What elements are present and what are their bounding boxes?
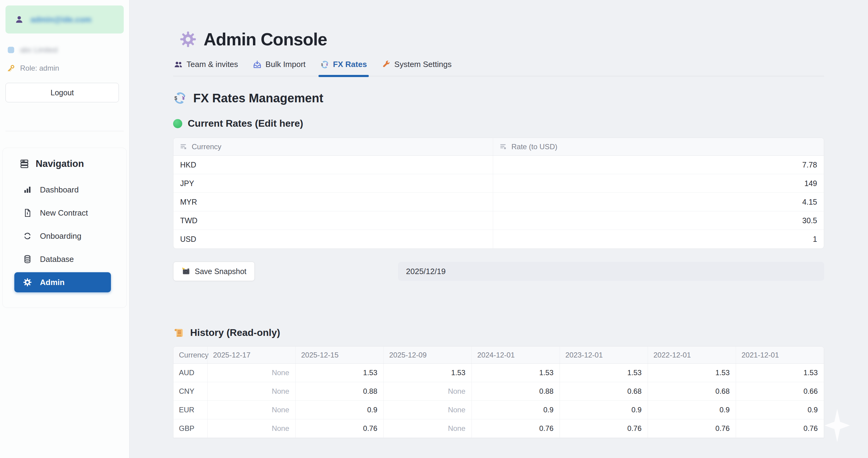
- current-rates-title: Current Rates (Edit here): [188, 118, 303, 129]
- sidebar-item-dashboard[interactable]: Dashboard: [14, 180, 111, 200]
- save-snapshot-button[interactable]: Save Snapshot: [173, 262, 255, 281]
- tab-fx-rates[interactable]: $¥FX Rates: [320, 59, 368, 76]
- rate-row-myr: MYR4.15: [174, 193, 824, 211]
- history-value-cell: 0.88: [295, 382, 383, 400]
- history-column-currency: Currency: [174, 347, 207, 363]
- history-column-2025-12-15: 2025-12-15: [295, 347, 383, 363]
- history-row-cny: CNYNone0.88None0.880.680.680.66: [174, 382, 824, 401]
- rate-cell[interactable]: 7.78: [493, 156, 824, 174]
- column-menu-icon: [180, 142, 188, 151]
- user-badge: admin@ide.com: [5, 5, 124, 33]
- sidebar-item-new-contract[interactable]: New Contract: [14, 203, 111, 223]
- history-value-cell: 0.9: [560, 401, 648, 419]
- fx-rates-title: FX Rates Management: [193, 91, 323, 105]
- history-row-aud: AUDNone1.531.531.531.531.531.53: [174, 364, 824, 382]
- svg-text:$: $: [174, 95, 177, 101]
- history-value-cell: 0.76: [560, 419, 648, 437]
- history-value-cell: 0.9: [648, 401, 736, 419]
- save-snapshot-label: Save Snapshot: [195, 267, 247, 276]
- role-label: Role: admin: [20, 64, 59, 72]
- role-row: Role: admin: [7, 64, 129, 72]
- history-currency-cell: CNY: [174, 382, 207, 400]
- snapshot-date-input[interactable]: 2025/12/19: [398, 262, 824, 281]
- history-value-cell: 1.53: [560, 364, 648, 382]
- history-value-cell: None: [383, 382, 471, 400]
- history-value-cell: 0.68: [560, 382, 648, 400]
- rate-cell[interactable]: 4.15: [493, 193, 824, 211]
- sidebar: admin@ide.com abc Limited Role: admin Lo…: [0, 0, 129, 458]
- currency-exchange-icon: $¥: [173, 91, 187, 105]
- server-stack-icon: [19, 159, 30, 169]
- sidebar-nav-list: DashboardNew ContractOnboardingDatabaseA…: [3, 180, 126, 292]
- tab-label: Bulk Import: [266, 60, 306, 69]
- sidebar-item-onboarding[interactable]: Onboarding: [14, 226, 111, 246]
- svg-text:$: $: [321, 62, 323, 66]
- green-circle-icon: [173, 119, 182, 128]
- user-email: admin@ide.com: [30, 15, 91, 24]
- history-value-cell: 1.53: [648, 364, 736, 382]
- currency-cell[interactable]: HKD: [174, 156, 493, 174]
- people-icon: [174, 60, 183, 69]
- logout-button[interactable]: Logout: [5, 83, 119, 102]
- column-header-rate-to-usd-[interactable]: Rate (to USD): [493, 138, 824, 155]
- tab-bulk-import[interactable]: Bulk Import: [252, 59, 306, 76]
- sidebar-item-label: Database: [40, 255, 74, 264]
- rate-row-usd: USD1: [174, 230, 824, 249]
- sidebar-item-database[interactable]: Database: [14, 249, 111, 269]
- history-row-eur: EURNone0.9None0.90.90.90.9: [174, 401, 824, 419]
- database-icon: [23, 255, 32, 264]
- tab-system-settings[interactable]: System Settings: [381, 59, 452, 76]
- history-value-cell: None: [207, 419, 295, 437]
- gear-icon: [23, 278, 32, 287]
- currency-cell[interactable]: USD: [174, 230, 493, 249]
- currency-cell[interactable]: TWD: [174, 211, 493, 230]
- currency-cell[interactable]: MYR: [174, 193, 493, 211]
- rate-cell[interactable]: 1: [493, 230, 824, 249]
- history-value-cell: 0.76: [736, 419, 824, 437]
- tab-label: FX Rates: [333, 60, 367, 69]
- page-header: Admin Console: [179, 29, 824, 49]
- inbox-icon: [253, 60, 262, 69]
- history-column-2022-12-01: 2022-12-01: [648, 347, 736, 363]
- org-icon: [7, 46, 15, 54]
- rate-cell[interactable]: 149: [493, 174, 824, 192]
- cycle-icon: [23, 231, 32, 240]
- currency-cell[interactable]: JPY: [174, 174, 493, 192]
- history-value-cell: 0.9: [295, 401, 383, 419]
- sidebar-item-admin[interactable]: Admin: [14, 272, 111, 292]
- column-header-label: Currency: [192, 142, 221, 151]
- history-value-cell: 0.9: [736, 401, 824, 419]
- person-icon: [14, 15, 24, 24]
- navigation-card: Navigation DashboardNew ContractOnboardi…: [2, 148, 127, 308]
- history-column-2025-12-09: 2025-12-09: [383, 347, 471, 363]
- history-value-cell: 1.53: [471, 364, 560, 382]
- history-column-2025-12-17: 2025-12-17: [207, 347, 295, 363]
- current-rates-table-body: HKD7.78JPY149MYR4.15TWD30.5USD1: [174, 156, 824, 249]
- sidebar-item-label: Dashboard: [40, 185, 79, 195]
- rate-row-twd: TWD30.5: [174, 211, 824, 230]
- currency-exchange-icon: $¥: [320, 60, 330, 69]
- navigation-title: Navigation: [36, 158, 84, 169]
- tab-team-invites[interactable]: Team & invites: [173, 59, 239, 76]
- current-rates-table-header: CurrencyRate (to USD): [174, 138, 824, 156]
- history-value-cell: None: [207, 401, 295, 419]
- rate-row-hkd: HKD7.78: [174, 156, 824, 174]
- history-table-body: AUDNone1.531.531.531.531.531.53CNYNone0.…: [174, 364, 824, 438]
- column-header-currency[interactable]: Currency: [174, 138, 493, 155]
- history-row-gbp: GBPNone0.76None0.760.760.760.76: [174, 419, 824, 438]
- navigation-header: Navigation: [19, 158, 126, 169]
- history-value-cell: 0.68: [648, 382, 736, 400]
- tools-icon: [381, 60, 391, 69]
- camera-icon: [181, 267, 190, 276]
- history-value-cell: None: [383, 401, 471, 419]
- history-title: History (Read-only): [190, 327, 280, 338]
- history-value-cell: 0.76: [295, 419, 383, 437]
- sidebar-divider: [5, 131, 124, 131]
- history-column-2023-12-01: 2023-12-01: [560, 347, 648, 363]
- history-value-cell: None: [383, 419, 471, 437]
- org-name: abc Limited: [20, 46, 58, 54]
- history-column-2024-12-01: 2024-12-01: [471, 347, 560, 363]
- rate-cell[interactable]: 30.5: [493, 211, 824, 230]
- column-header-label: Rate (to USD): [512, 142, 557, 151]
- fx-rates-heading: $¥ FX Rates Management: [173, 91, 824, 105]
